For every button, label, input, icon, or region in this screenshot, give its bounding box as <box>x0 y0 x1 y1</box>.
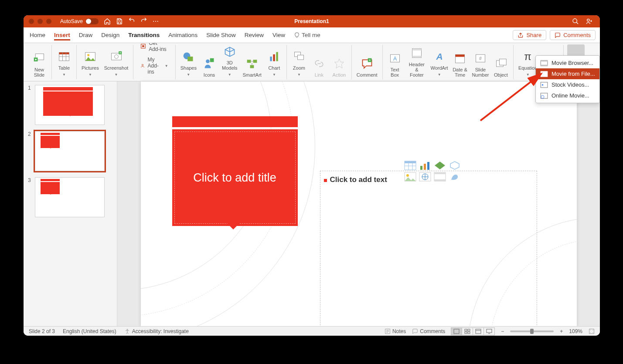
slide-thumbnail-1[interactable] <box>35 85 105 125</box>
comment-button[interactable]: Comment <box>355 44 379 78</box>
table-button[interactable]: Table▼ <box>55 44 73 78</box>
stock-videos-item[interactable]: Stock Videos... <box>536 79 599 90</box>
tab-animations[interactable]: Animations <box>168 30 197 40</box>
svg-point-7 <box>87 54 89 56</box>
svg-rect-53 <box>405 161 416 163</box>
search-icon[interactable] <box>572 18 579 25</box>
movie-from-file-item[interactable]: Movie from File... <box>536 68 599 79</box>
insert-chart-icon[interactable] <box>419 161 431 170</box>
tab-insert[interactable]: Insert <box>54 30 70 40</box>
insert-table-icon[interactable] <box>404 161 416 170</box>
svg-rect-20 <box>250 65 254 68</box>
screenshot-button[interactable]: Screenshot▼ <box>103 44 130 78</box>
tab-review[interactable]: Review <box>245 30 264 40</box>
more-icon[interactable]: ⋯ <box>153 18 159 25</box>
insert-online-picture-icon[interactable] <box>419 172 431 182</box>
slide-thumbnail-3[interactable] <box>35 177 105 217</box>
share-button[interactable]: Share <box>513 30 546 40</box>
get-addins-icon <box>140 43 146 50</box>
comments-button[interactable]: Comments <box>550 30 596 40</box>
wordart-button[interactable]: AWordArt▼ <box>430 44 449 78</box>
insert-video-icon[interactable] <box>434 172 446 182</box>
thumb-number: 2 <box>28 131 32 171</box>
home-icon[interactable] <box>104 18 111 25</box>
language-indicator[interactable]: English (United States) <box>63 328 116 334</box>
minimize-window-button[interactable] <box>37 19 43 24</box>
save-icon[interactable] <box>116 18 123 25</box>
film-icon <box>540 71 548 77</box>
insert-3d-icon[interactable] <box>449 161 461 170</box>
insert-smartart-icon[interactable] <box>434 161 446 170</box>
my-addins-icon <box>140 62 145 70</box>
icons-button[interactable]: Icons <box>201 44 218 78</box>
video-dropdown-menu: Movie Browser... Movie from File... Stoc… <box>535 55 600 103</box>
notes-button[interactable]: Notes <box>385 328 406 334</box>
accessibility-status[interactable]: Accessibility: Investigate <box>124 328 189 334</box>
chart-button[interactable]: Chart▼ <box>266 44 283 78</box>
tab-draw[interactable]: Draw <box>79 30 93 40</box>
slide-number-icon: # <box>474 52 487 64</box>
autosave-toggle[interactable] <box>85 18 99 24</box>
zoom-button[interactable]: Zoom▼ <box>290 44 308 78</box>
smartart-button[interactable]: SmartArt <box>241 44 262 78</box>
svg-rect-55 <box>424 164 426 170</box>
my-addins-button[interactable]: My Add-ins ▼ <box>139 56 170 76</box>
zoom-level[interactable]: 109% <box>569 328 582 334</box>
undo-icon[interactable] <box>128 18 135 25</box>
content-placeholder[interactable]: Click to add text <box>320 171 537 326</box>
fit-to-window-button[interactable] <box>589 328 595 334</box>
share-people-icon[interactable] <box>585 18 594 25</box>
date-time-button[interactable]: Date & Time <box>451 44 469 78</box>
app-window: AutoSave ⋯ Presentation1 Home Insert Dra… <box>24 15 600 336</box>
slide-thumbnail-2[interactable] <box>35 131 105 171</box>
3d-models-button[interactable]: 3D Models▼ <box>221 44 238 78</box>
svg-rect-5 <box>59 52 69 54</box>
shapes-button[interactable]: Shapes▼ <box>179 44 198 78</box>
tell-me[interactable]: Tell me <box>294 32 320 38</box>
comments-status-button[interactable]: Comments <box>412 328 445 334</box>
zoom-in-button[interactable]: + <box>560 328 563 334</box>
object-button[interactable]: Object <box>492 44 510 78</box>
online-movie-item[interactable]: Online Movie... <box>536 90 599 101</box>
slide-thumbnails[interactable]: 1 2 3 <box>24 81 117 326</box>
sorter-view-button[interactable] <box>462 327 473 335</box>
slide-counter[interactable]: Slide 2 of 3 <box>29 328 55 334</box>
insert-picture-icon[interactable] <box>404 172 416 182</box>
text-box-button[interactable]: AText Box <box>386 44 404 78</box>
accessibility-icon <box>124 328 130 334</box>
new-slide-button[interactable]: New Slide <box>31 44 48 78</box>
tab-view[interactable]: View <box>272 30 285 40</box>
tab-design[interactable]: Design <box>101 30 119 40</box>
zoom-slider[interactable] <box>510 330 554 332</box>
cube-icon <box>224 46 236 58</box>
tab-transitions[interactable]: Transitions <box>128 30 160 40</box>
svg-rect-44 <box>541 64 548 66</box>
textbox-icon: A <box>389 52 401 64</box>
slideshow-view-button[interactable] <box>483 327 495 335</box>
zoom-out-button[interactable]: − <box>501 328 504 334</box>
slide-canvas-area[interactable]: Click to add title Click to add text <box>117 81 600 326</box>
insert-icon-icon[interactable] <box>449 172 461 182</box>
tab-home[interactable]: Home <box>30 30 45 40</box>
svg-rect-43 <box>541 60 548 61</box>
normal-view-button[interactable] <box>451 327 462 335</box>
reading-view-button[interactable] <box>473 327 484 335</box>
slide[interactable]: Click to add title Click to add text <box>141 81 577 326</box>
svg-rect-23 <box>276 52 278 61</box>
svg-rect-47 <box>541 75 548 77</box>
header-footer-button[interactable]: Header & Footer <box>406 44 428 78</box>
slide-number-button[interactable]: #Slide Number <box>471 44 490 78</box>
svg-rect-31 <box>412 56 421 57</box>
title-placeholder[interactable]: Click to add title <box>172 129 298 226</box>
redo-icon[interactable] <box>140 18 147 25</box>
pictures-button[interactable]: Pictures▼ <box>80 44 100 78</box>
svg-point-13 <box>142 64 143 66</box>
get-addins-button[interactable]: Get Add-ins <box>139 43 170 53</box>
tab-slideshow[interactable]: Slide Show <box>206 30 236 40</box>
link-icon <box>313 57 325 70</box>
movie-browser-item[interactable]: Movie Browser... <box>536 57 599 68</box>
close-window-button[interactable] <box>29 19 34 24</box>
maximize-window-button[interactable] <box>46 19 51 24</box>
view-mode-buttons <box>451 327 495 335</box>
svg-point-49 <box>542 84 544 86</box>
